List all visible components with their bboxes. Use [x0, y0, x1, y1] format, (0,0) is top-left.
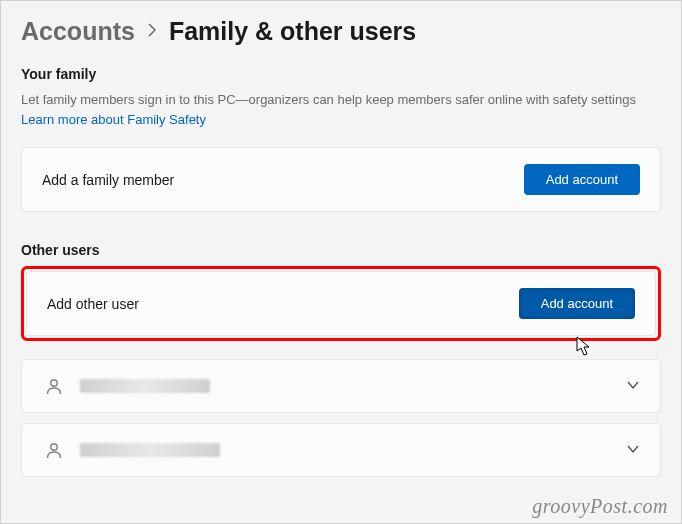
other-users-section-title: Other users	[21, 242, 661, 258]
chevron-down-icon[interactable]	[626, 379, 640, 393]
breadcrumb-current: Family & other users	[169, 17, 416, 46]
add-other-user-label: Add other user	[47, 296, 139, 312]
family-desc-text: Let family members sign in to this PC—or…	[21, 92, 636, 107]
user-name-redacted	[80, 379, 210, 393]
user-icon	[42, 438, 66, 462]
add-family-account-button[interactable]: Add account	[524, 164, 640, 195]
add-other-user-card: Add other user Add account	[26, 271, 656, 336]
svg-point-1	[51, 444, 57, 450]
chevron-right-icon	[147, 23, 157, 41]
user-name-redacted	[80, 443, 220, 457]
add-family-label: Add a family member	[42, 172, 174, 188]
watermark: groovyPost.com	[532, 495, 668, 518]
highlighted-region: Add other user Add account	[21, 266, 661, 341]
svg-point-0	[51, 380, 57, 386]
family-section-description: Let family members sign in to this PC—or…	[21, 90, 661, 129]
user-row[interactable]	[21, 423, 661, 477]
add-family-card: Add a family member Add account	[21, 147, 661, 212]
chevron-down-icon[interactable]	[626, 443, 640, 457]
breadcrumb-parent[interactable]: Accounts	[21, 17, 135, 46]
family-section-title: Your family	[21, 66, 661, 82]
breadcrumb: Accounts Family & other users	[21, 17, 661, 46]
learn-more-link[interactable]: Learn more about Family Safety	[21, 112, 206, 127]
user-row[interactable]	[21, 359, 661, 413]
add-other-account-button[interactable]: Add account	[519, 288, 635, 319]
user-icon	[42, 374, 66, 398]
